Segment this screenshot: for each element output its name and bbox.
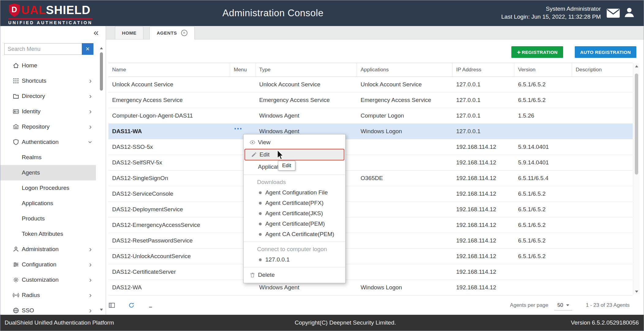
table-row[interactable]: DAS12-WAWindows AgentWindows Logon192.16… [108, 280, 633, 295]
sidebar-item-token-attributes[interactable]: Token Attributes [0, 226, 96, 242]
copyright-text: Copyright(C) Deepnet Security Limited. [295, 319, 396, 326]
menu-item-127-0-0-1[interactable]: 127.0.0.1 [244, 254, 345, 265]
table-row[interactable]: DAS12-UnlockAccountService192.168.114.12… [108, 249, 633, 264]
column-header-ip-address[interactable]: IP Address [453, 63, 514, 77]
table-row[interactable]: DAS12-ServiceConsole192.168.114.126.5.1/… [108, 186, 633, 202]
registration-button[interactable]: + REGISTRATION [511, 46, 563, 58]
menu-item-edit[interactable]: Edit [244, 149, 344, 160]
column-header-version[interactable]: Version [514, 63, 572, 77]
scroll-down-icon[interactable] [633, 288, 640, 295]
cell-ip: 192.168.114.12 [453, 175, 514, 182]
sidebar-item-realms[interactable]: Realms [0, 150, 96, 165]
scroll-down-icon[interactable] [99, 307, 104, 312]
column-header-applications[interactable]: Applications [357, 63, 453, 77]
table-row[interactable]: DAS12-DeploymentService192.168.114.126.5… [108, 202, 633, 217]
cell-version: 6.5.11/6.5.4 [514, 175, 572, 182]
bullet-icon [259, 212, 262, 215]
table-scrollbar-thumb[interactable] [635, 73, 638, 175]
column-header-type[interactable]: Type [256, 63, 357, 77]
clear-search-button[interactable]: × [82, 43, 93, 55]
sidebar-item-authentication[interactable]: Authentication› [0, 134, 96, 150]
column-chooser-icon[interactable] [108, 302, 115, 309]
sidebar-item-agents[interactable]: Agents [0, 165, 96, 180]
sidebar-item-label: Realms [22, 154, 41, 161]
scroll-up-icon[interactable] [633, 63, 640, 69]
menu-item-agent-certificate-pfx[interactable]: Agent Certificate(PFX) [244, 198, 345, 208]
table-row[interactable]: DAS11-WA⋯Windows AgentWindows Logon127.0… [108, 124, 633, 139]
table-row[interactable]: Emergency Access ServiceEmergency Access… [108, 92, 633, 108]
pagination-range: 1 - 23 of 23 Agents [586, 302, 630, 308]
cell-ip: 192.168.114.12 [453, 222, 514, 228]
cell-type: Windows Agent [256, 112, 357, 119]
mail-icon[interactable] [606, 8, 620, 19]
brand-tagline: UNIFIED AUTHENTICATION [8, 18, 93, 25]
sidebar-item-sso[interactable]: SSO› [0, 303, 96, 315]
grid-icon [13, 77, 19, 84]
table-body: Unlock Account ServiceUnlock Account Ser… [108, 77, 633, 295]
per-page-select[interactable]: 50 [554, 300, 572, 310]
sidebar-scrollbar[interactable] [99, 46, 104, 312]
minimize-icon[interactable] [148, 302, 154, 309]
sidebar-item-identity[interactable]: Identity› [0, 104, 96, 119]
sidebar-item-applications[interactable]: Applications [0, 196, 96, 211]
refresh-icon[interactable] [128, 302, 135, 309]
search-input[interactable] [4, 43, 82, 55]
table-row[interactable]: DAS12-ResetPasswordService192.168.114.12… [108, 233, 633, 249]
table-header-row: NameMenuTypeApplicationsIP AddressVersio… [108, 63, 633, 77]
menu-item-agent-ca-certificate-pem[interactable]: Agent CA Certificate(PEM) [244, 229, 345, 239]
menu-item-label: Agent Certificate(PEM) [265, 220, 325, 227]
table-row[interactable]: DAS12-SelfSRV-5x192.168.114.125.9.14.040… [108, 155, 633, 171]
close-tab-icon[interactable]: × [181, 30, 188, 36]
cell-ip: 192.168.114.12 [453, 237, 514, 244]
sidebar-item-label: SSO [22, 307, 34, 314]
cell-version: 6.5.1/6.5.2 [514, 206, 572, 213]
shield-icon [13, 139, 19, 145]
sidebar-scrollbar-thumb[interactable] [100, 52, 103, 91]
sidebar-item-label: Agents [22, 169, 40, 176]
sidebar-item-radius[interactable]: Radius› [0, 288, 96, 303]
tab-home[interactable]: HOME [115, 26, 143, 39]
bullet-icon [259, 191, 262, 194]
row-menu-icon[interactable]: ⋯ [234, 128, 243, 133]
cell-type: Unlock Account Service [256, 81, 357, 88]
sidebar-item-repository[interactable]: Repository› [0, 119, 96, 134]
tab-agents[interactable]: AGENTS × [150, 26, 194, 39]
scroll-up-icon[interactable] [99, 46, 104, 51]
cell-name: DAS12-SingleSignOn [108, 175, 230, 182]
sidebar-item-configuration[interactable]: Configuration› [0, 257, 96, 272]
toolbar: + REGISTRATION AUTO REGISTRATION [106, 39, 644, 63]
table-row[interactable]: DAS12-CertificateServer192.168.114.12 [108, 264, 633, 280]
column-header-description[interactable]: Description [572, 63, 633, 77]
sidebar-item-logon-procedures[interactable]: Logon Procedures [0, 180, 96, 196]
cell-ip: 192.168.114.12 [453, 269, 514, 275]
cell-applications: Computer Logon [357, 112, 453, 119]
auto-registration-button[interactable]: AUTO REGISTRATION [575, 46, 636, 58]
menu-item-agent-configuration-file[interactable]: Agent Configuration File [244, 187, 345, 198]
sidebar-item-label: Customization [22, 276, 59, 283]
table-row[interactable]: DAS12-SSO-5x192.168.114.125.9.14.0401 [108, 139, 633, 155]
sidebar-item-administration[interactable]: Administration› [0, 242, 96, 257]
cell-name: DAS12-DeploymentService [108, 206, 230, 213]
table-row[interactable]: Unlock Account ServiceUnlock Account Ser… [108, 77, 633, 92]
cell-type: Emergency Access Service [256, 97, 357, 103]
collapse-sidebar-icon[interactable]: « [93, 28, 99, 37]
sidebar-item-customization[interactable]: Customization› [0, 272, 96, 288]
menu-item-agent-certificate-pem[interactable]: Agent Certificate(PEM) [244, 219, 345, 229]
table-row[interactable]: Computer-Logon-Agent-DAS11Windows AgentC… [108, 108, 633, 124]
column-header-menu[interactable]: Menu [230, 63, 256, 77]
agents-table: NameMenuTypeApplicationsIP AddressVersio… [108, 63, 633, 295]
table-scrollbar[interactable] [633, 63, 639, 295]
user-account-icon[interactable] [623, 6, 636, 20]
sidebar-item-directory[interactable]: Directory› [0, 88, 96, 104]
menu-item-view[interactable]: View [244, 137, 345, 148]
sidebar-item-home[interactable]: Home [0, 58, 96, 73]
column-header-name[interactable]: Name [108, 63, 230, 77]
menu-item-delete[interactable]: Delete [244, 269, 345, 280]
table-row[interactable]: DAS12-SingleSignOnO365DE192.168.114.126.… [108, 171, 633, 186]
menu-item-label: Agent Certificate(PFX) [265, 200, 324, 206]
table-row[interactable]: DAS12-EmergencyAccessService192.168.114.… [108, 217, 633, 233]
bullet-icon [259, 258, 262, 261]
sidebar-item-shortcuts[interactable]: Shortcuts› [0, 73, 96, 88]
menu-item-agent-certificate-jks[interactable]: Agent Certificate(JKS) [244, 208, 345, 219]
sidebar-item-products[interactable]: Products [0, 211, 96, 226]
